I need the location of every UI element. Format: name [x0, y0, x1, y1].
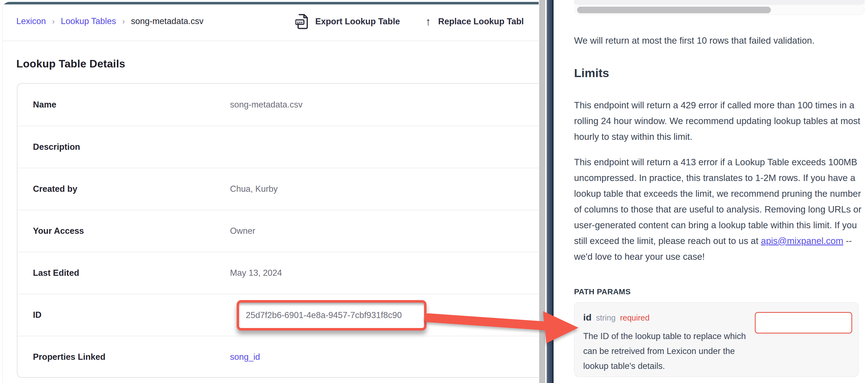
replace-lookup-table-button[interactable]: ↑ Replace Lookup Tabl — [426, 16, 524, 27]
row-label: Properties Linked — [18, 352, 230, 362]
param-description: The ID of the lookup table to replace wh… — [583, 329, 752, 374]
row-value: song-metadata.csv — [230, 100, 303, 110]
breadcrumb-lookup-tables[interactable]: Lookup Tables — [61, 16, 116, 26]
row-label: Your Access — [18, 226, 230, 236]
table-row-name: Name song-metadata.csv — [18, 84, 538, 126]
docs-horizontal-scrollbar-thumb[interactable] — [577, 7, 771, 13]
table-row-created-by: Created by Chua, Kurby — [18, 168, 538, 210]
id-param-card: id string required The ID of the lookup … — [574, 302, 859, 377]
row-label: Created by — [18, 184, 230, 194]
limits-429-paragraph: This endpoint will return a 429 error if… — [574, 97, 862, 144]
limits-413-paragraph: This endpoint will return a 413 error if… — [574, 154, 862, 265]
lookup-table-window: Lexicon › Lookup Tables › song-metadata.… — [2, 2, 538, 383]
docs-top-strip — [574, 0, 865, 4]
row-label: Description — [18, 142, 230, 152]
svg-text:csv: csv — [297, 20, 303, 24]
replace-button-label: Replace Lookup Tabl — [438, 16, 524, 27]
limits-413-text: This endpoint will return a 413 error if… — [574, 157, 861, 246]
row-label: Last Edited — [18, 268, 230, 278]
param-type: string — [596, 313, 616, 322]
docs-horizontal-scrollbar-track[interactable] — [574, 4, 865, 15]
id-param-input[interactable] — [755, 312, 852, 334]
csv-file-icon: csv — [295, 14, 308, 29]
export-lookup-table-button[interactable]: csv Export Lookup Table — [295, 14, 400, 29]
page-title: Lookup Table Details — [16, 58, 125, 70]
id-value-highlight-box[interactable]: 25d7f2b6-6901-4e8a-9457-7cbf931f8c90 — [237, 300, 427, 330]
breadcrumb-bar: Lexicon › Lookup Tables › song-metadata.… — [2, 2, 538, 41]
param-required-badge: required — [620, 313, 649, 322]
table-row-your-access: Your Access Owner — [18, 210, 538, 252]
breadcrumb: Lexicon › Lookup Tables › song-metadata.… — [16, 16, 204, 26]
export-button-label: Export Lookup Table — [315, 16, 400, 27]
breadcrumb-current-file: song-metadata.csv — [131, 16, 204, 26]
row-label: ID — [18, 310, 230, 320]
breadcrumb-separator-icon: › — [122, 16, 125, 26]
toolbar: csv Export Lookup Table ↑ Replace Lookup… — [295, 2, 524, 41]
table-row-description: Description — [18, 126, 538, 168]
validation-note-text: We will return at most the first 10 rows… — [574, 33, 862, 48]
upload-arrow-icon: ↑ — [426, 16, 431, 27]
path-params-heading: PATH PARAMS — [574, 287, 631, 296]
param-name: id — [583, 312, 591, 323]
row-value: May 13, 2024 — [230, 268, 282, 278]
row-value: Owner — [230, 226, 255, 236]
panel-divider — [547, 0, 554, 383]
lookup-table-details-card: Name song-metadata.csv Description Creat… — [17, 83, 538, 378]
song-id-property-link[interactable]: song_id — [230, 352, 260, 362]
breadcrumb-separator-icon: › — [52, 16, 55, 26]
breadcrumb-lexicon[interactable]: Lexicon — [16, 16, 46, 26]
lookup-table-id-value: 25d7f2b6-6901-4e8a-9457-7cbf931f8c90 — [246, 310, 402, 320]
row-value: Chua, Kurby — [230, 184, 278, 194]
left-window-vertical-scrollbar[interactable] — [539, 0, 545, 383]
api-docs-panel: We will return at most the first 10 rows… — [555, 0, 868, 383]
table-row-last-edited: Last Edited May 13, 2024 — [18, 252, 538, 294]
limits-heading: Limits — [574, 66, 609, 80]
table-row-properties-linked: Properties Linked song_id — [18, 336, 538, 378]
mixpanel-email-link[interactable]: apis@mixpanel.com — [761, 236, 843, 246]
table-row-id: ID 25d7f2b6-6901-4e8a-9457-7cbf931f8c90 — [18, 294, 538, 336]
row-label: Name — [18, 100, 230, 110]
